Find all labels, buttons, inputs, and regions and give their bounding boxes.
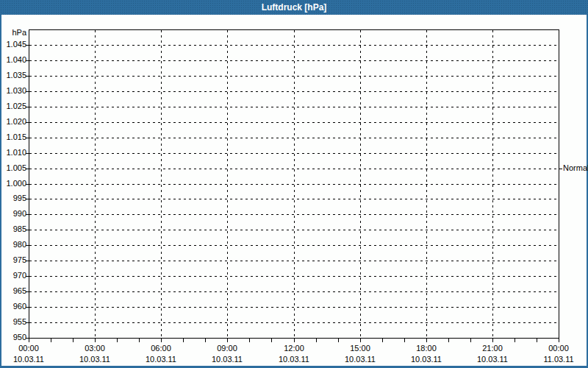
- y-tick-label: 970: [0, 271, 26, 280]
- x-tick-mark: [338, 339, 339, 342]
- x-tick-mark: [316, 339, 317, 342]
- x-tick-mark: [73, 339, 74, 342]
- chart-window: Luftdruck [hPa] hPa 1.0451.0401.0351.030…: [0, 0, 588, 368]
- y-tick-label: 950: [0, 333, 26, 342]
- x-date-label: 10.03.11: [139, 355, 183, 364]
- y-tick-label: 1.045: [0, 40, 26, 49]
- x-date-label: 10.03.11: [338, 355, 382, 364]
- x-tick-mark: [271, 339, 272, 342]
- x-date-label: 10.03.11: [73, 355, 117, 364]
- x-date-label: 10.03.11: [272, 355, 316, 364]
- x-tick-mark: [448, 339, 449, 342]
- x-tick-mark: [183, 339, 184, 342]
- x-tick-mark: [537, 339, 537, 342]
- x-tick-mark: [51, 339, 51, 342]
- x-date-label: 10.03.11: [404, 355, 448, 364]
- reference-label: Normal: [563, 163, 588, 172]
- x-tick-mark: [205, 339, 206, 342]
- x-date-label: 10.03.11: [470, 355, 514, 364]
- x-time-label: 21:00: [470, 344, 514, 353]
- x-time-label: 12:00: [272, 344, 316, 353]
- y-tick-label: 1.000: [0, 179, 26, 188]
- x-time-label: 00:00: [7, 344, 51, 353]
- x-date-label: 10.03.11: [205, 355, 249, 364]
- x-tick-mark: [404, 339, 405, 342]
- x-tick-mark: [161, 339, 162, 342]
- x-tick-mark: [360, 339, 361, 342]
- window-border-left: [0, 15, 1, 368]
- y-tick-label: 1.030: [0, 86, 26, 95]
- x-gridline: [161, 30, 162, 338]
- x-gridline: [227, 30, 228, 338]
- x-time-label: 18:00: [404, 344, 448, 353]
- x-gridline: [492, 30, 493, 338]
- y-tick-label: 985: [0, 224, 26, 233]
- x-time-label: 09:00: [205, 344, 249, 353]
- x-tick-mark: [470, 339, 471, 342]
- y-tick-label: 1.005: [0, 163, 26, 172]
- x-tick-mark: [95, 339, 96, 342]
- y-tick-label: 1.025: [0, 102, 26, 110]
- window-title-bar[interactable]: Luftdruck [hPa]: [0, 0, 588, 15]
- x-date-label: 10.03.11: [7, 355, 51, 364]
- x-tick-mark: [382, 339, 383, 342]
- x-tick-mark: [249, 339, 250, 342]
- y-tick-label: 1.010: [0, 148, 26, 157]
- x-tick-mark: [559, 339, 559, 342]
- y-tick-label: 1.035: [0, 71, 26, 79]
- x-tick-mark: [492, 339, 493, 342]
- x-gridline: [294, 30, 295, 338]
- x-gridline: [95, 30, 96, 338]
- y-tick-label: 980: [0, 240, 26, 249]
- x-gridline: [426, 30, 427, 338]
- reference-tick-mark: [559, 169, 562, 169]
- y-tick-label: 965: [0, 286, 26, 295]
- x-time-label: 00:00: [537, 344, 581, 353]
- x-time-label: 06:00: [139, 344, 183, 353]
- x-date-label: 11.03.11: [537, 355, 581, 364]
- y-tick-label: 1.020: [0, 117, 26, 126]
- x-tick-mark: [29, 339, 29, 342]
- x-time-label: 15:00: [338, 344, 382, 353]
- y-tick-label: 1.040: [0, 55, 26, 64]
- x-tick-mark: [139, 339, 140, 342]
- x-tick-mark: [294, 339, 295, 342]
- window-title: Luftdruck [hPa]: [262, 2, 327, 13]
- y-axis-unit-label: hPa: [0, 28, 26, 37]
- y-tick-label: 960: [0, 302, 26, 311]
- x-gridline: [360, 30, 361, 338]
- y-tick-label: 995: [0, 194, 26, 202]
- y-tick-label: 1.015: [0, 132, 26, 141]
- y-tick-label: 975: [0, 255, 26, 264]
- x-time-label: 03:00: [73, 344, 117, 353]
- x-tick-mark: [426, 339, 427, 342]
- x-tick-mark: [227, 339, 228, 342]
- y-tick-label: 990: [0, 209, 26, 218]
- x-tick-mark: [514, 339, 515, 342]
- x-tick-mark: [117, 339, 118, 342]
- y-tick-label: 955: [0, 317, 26, 326]
